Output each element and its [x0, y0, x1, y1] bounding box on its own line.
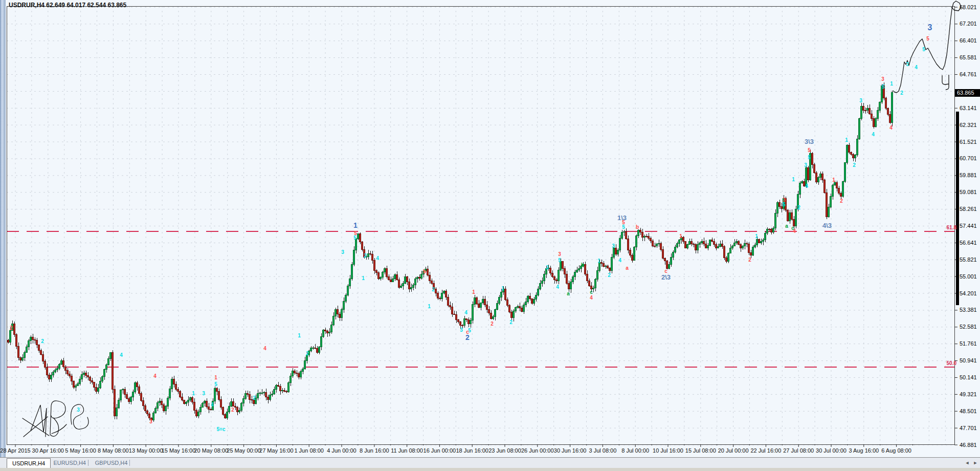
price-axis-label: 55.001 — [960, 273, 977, 280]
wave-annotation: 1 — [679, 233, 682, 239]
time-axis-label: 3 Aug 16:00 — [849, 447, 879, 454]
price-axis-label: 59.881 — [960, 172, 977, 178]
wave-annotation: 1 — [792, 177, 795, 182]
price-axis-label: 59.081 — [960, 189, 977, 195]
price-axis-label: 56.641 — [960, 240, 977, 246]
wave-annotation: 5 — [783, 202, 786, 207]
price-axis-label: 60.701 — [960, 155, 977, 161]
wave-annotation: 2 — [491, 321, 494, 327]
current-price-box: 63.865 — [955, 89, 980, 97]
time-axis-label: 22 Jul 16:00 — [750, 447, 781, 454]
wave-annotation: 1 — [362, 275, 365, 281]
wave-annotation: c — [590, 289, 593, 295]
handwritten-4[interactable] — [942, 75, 949, 90]
wave-annotation: 1 — [353, 221, 358, 229]
wave-annotation: 2 — [900, 90, 903, 96]
price-axis-label: 46.881 — [960, 442, 977, 448]
time-axis-label: 27 Jul 08:00 — [783, 447, 814, 454]
wave-annotation: 3 — [859, 98, 862, 103]
time-axis-label: 18 Jun 16:00 — [456, 447, 488, 454]
time-axis-label: 27 May 16:00 — [259, 447, 294, 454]
tab-scroll-right-icon[interactable]: ► — [972, 460, 979, 466]
time-axis-label: 30 Jun 16:00 — [554, 447, 587, 454]
price-axis-label: 58.261 — [960, 206, 977, 212]
wave-annotation: 3 — [77, 407, 80, 413]
wave-annotation: a — [785, 223, 788, 229]
price-axis-label: 67.201 — [960, 20, 977, 27]
wave-annotation: 4 — [889, 125, 893, 131]
grid — [7, 6, 954, 445]
signature-scribble[interactable] — [23, 401, 88, 437]
price-axis-label: 57.441 — [960, 223, 977, 229]
wave-annotation: 2 — [253, 395, 256, 401]
tab-separator — [129, 460, 130, 466]
wave-annotation: 4 — [793, 228, 796, 234]
chart-tab-usdrur-h4[interactable]: USDRUR,H4 — [7, 458, 51, 468]
wave-annotation: 4 — [915, 65, 918, 70]
price-axis-label: 68.021 — [960, 4, 977, 10]
wave-annotation: 5 — [558, 258, 561, 263]
wave-annotation: 3 — [341, 249, 344, 255]
wave-annotation: 2 — [10, 325, 13, 331]
wave-annotation: 4 — [464, 310, 467, 315]
wave-annotation: 5 — [808, 147, 811, 153]
wave-annotation: 2 — [853, 162, 856, 168]
wave-annotation: 4 — [618, 258, 621, 263]
wave-annotation: 1 — [298, 333, 301, 338]
tab-scroll-left-icon[interactable]: ◄ — [964, 460, 971, 466]
wave-annotation: 4 — [211, 402, 214, 408]
wave-annotation: 2 — [509, 319, 513, 325]
wave-annotation: 3 — [546, 265, 549, 270]
chart-tab-eurusd-h4[interactable]: EURUSD,H4 — [48, 458, 91, 467]
fib-level-label: 50.0 — [935, 360, 956, 366]
window-left-edge — [0, 0, 6, 471]
chart-canvas[interactable]: 22343413451225=c4123524115b21345c2121234… — [0, 0, 980, 471]
wave-annotation: 1 — [501, 286, 504, 291]
price-axis-label: 61.521 — [960, 139, 977, 145]
wave-annotation: 1 — [192, 391, 195, 396]
time-axis-label: 26 Jun 00:00 — [521, 447, 554, 454]
price-axis-label: 51.761 — [960, 340, 977, 347]
wave-annotation: 1 — [472, 289, 475, 295]
chart-tab-bar: USDRUR,H4EURUSD,H4GBPUSD,H4 — [0, 457, 980, 468]
time-axis-label: 13 May 00:00 — [129, 447, 163, 454]
wave-annotation: 4\3 — [822, 222, 832, 229]
price-axis-label: 50.941 — [960, 357, 977, 363]
wave-annotation: 5 — [808, 155, 811, 160]
wave-annotation: 3 — [460, 327, 463, 333]
wave-annotation: 1 — [214, 375, 217, 380]
wave-annotation: 2 — [840, 198, 843, 204]
time-axis-label: 20 Jul 00:00 — [718, 447, 749, 454]
wave-annotation: b — [581, 262, 584, 268]
wave-annotation: 1 — [428, 304, 431, 309]
wave-annotation: 5 — [354, 230, 357, 236]
wave-annotations: 22343413451225=c4123524115b21345c2121234… — [10, 23, 932, 432]
wave-annotation: b — [636, 224, 639, 230]
wave-annotation: 1 — [755, 233, 758, 239]
wave-annotation: 4 — [263, 346, 266, 351]
time-axis-label: 20 May 08:00 — [194, 447, 228, 454]
wave-annotation: 2 — [465, 333, 470, 341]
mt4-chart-window: 22343413451225=c4123524115b21345c2121234… — [0, 0, 980, 471]
wave-annotation: 4 — [872, 132, 875, 137]
chart-tab-gbpusd-h4[interactable]: GBPUSD,H4 — [90, 458, 133, 467]
wave-annotation: 2 — [432, 287, 435, 292]
time-axis-label: 28 Apr 2015 — [0, 447, 30, 454]
wave-annotation: 3 — [612, 243, 615, 249]
wave-annotation: b — [423, 269, 426, 274]
price-axis-label: 49.321 — [960, 391, 977, 397]
price-axis-label: 50.141 — [960, 374, 977, 380]
wave-annotation: 3 — [928, 23, 932, 32]
price-axis-label: 65.581 — [960, 54, 977, 60]
vertical-scrollbar-thumb[interactable] — [956, 112, 959, 305]
time-axis-label: 30 Jul 00:00 — [816, 447, 847, 454]
wave-annotation: 3 — [906, 61, 909, 67]
time-axis-label: 15 Jul 08:00 — [685, 447, 716, 454]
wave-annotation: 4 — [556, 284, 559, 290]
wave-annotation: 2 — [608, 272, 611, 278]
time-axis-label: 15 May 16:00 — [162, 447, 196, 454]
time-axis-label: 8 Jun 16:00 — [360, 447, 389, 454]
chart-title-ohlc: USDRUR,H4 62.649 64.017 62.544 63.865 — [9, 2, 126, 9]
projection-line[interactable] — [893, 1, 961, 93]
axis-ticks — [15, 7, 957, 447]
